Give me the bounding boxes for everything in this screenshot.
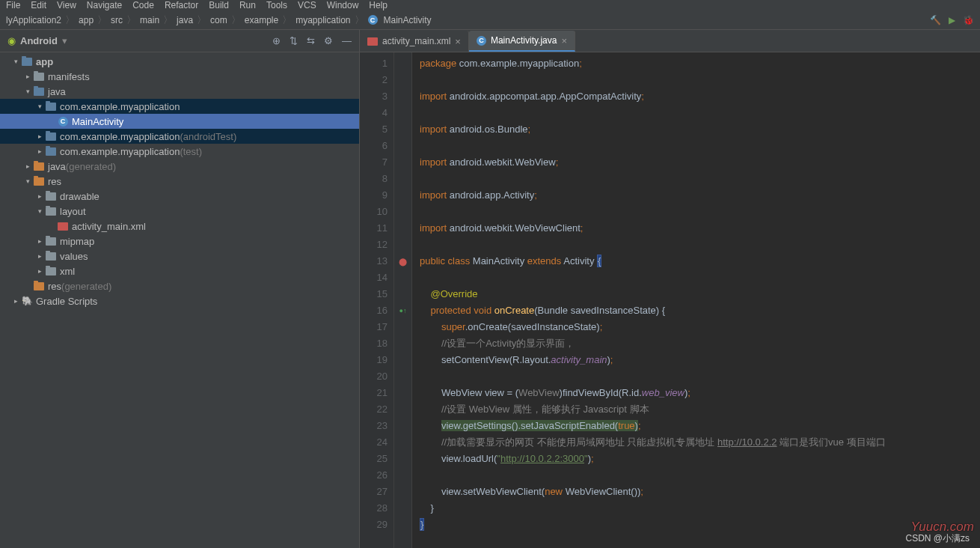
tree-item[interactable]: ▾app — [0, 54, 359, 69]
collapse-icon[interactable]: — — [342, 35, 352, 46]
editor-pane: activity_main.xml×CMainActivity.java× 12… — [360, 30, 980, 548]
breadcrumb-item[interactable]: main — [140, 15, 159, 25]
project-tree[interactable]: ▾app▸manifests▾java▾com.example.myapplic… — [0, 52, 359, 548]
sidebar-title[interactable]: Android — [20, 35, 58, 46]
chevron-icon[interactable]: ▸ — [34, 252, 45, 260]
gear-icon[interactable]: ⚙ — [324, 35, 333, 46]
menu-code[interactable]: Code — [132, 0, 154, 10]
tree-item[interactable]: ▸java (generated) — [0, 159, 359, 174]
editor-tab[interactable]: CMainActivity.java× — [469, 31, 575, 52]
build-icon[interactable]: 🔨 — [930, 15, 941, 25]
chevron-icon[interactable]: ▾ — [22, 88, 33, 95]
menu-refactor[interactable]: Refactor — [165, 0, 198, 10]
breadcrumb-item[interactable]: com — [210, 15, 227, 25]
menu-run[interactable]: Run — [239, 0, 256, 10]
tree-item[interactable]: ▾com.example.myapplication — [0, 99, 359, 114]
breadcrumb-item[interactable]: java — [177, 15, 193, 25]
breadcrumb: lyApplication2〉app〉src〉main〉java〉com〉exa… — [0, 10, 980, 30]
chevron-icon[interactable]: ▸ — [22, 162, 33, 170]
menu-build[interactable]: Build — [209, 0, 229, 10]
breadcrumb-item[interactable]: app — [79, 15, 94, 25]
dropdown-icon[interactable]: ▾ — [62, 35, 67, 46]
tree-item[interactable]: ▸com.example.myapplication (androidTest) — [0, 129, 359, 144]
menu-help[interactable]: Help — [369, 0, 388, 10]
chevron-icon[interactable]: ▸ — [34, 147, 45, 155]
tree-label: activity_main.xml — [72, 221, 146, 232]
tree-item[interactable]: ▸values — [0, 249, 359, 264]
tree-label: com.example.myapplication — [60, 101, 180, 112]
tree-label: res — [48, 281, 61, 292]
editor-tab[interactable]: activity_main.xml× — [360, 31, 469, 52]
chevron-icon[interactable]: ▾ — [34, 103, 45, 110]
chevron-icon[interactable]: ▾ — [34, 207, 45, 215]
tree-label: layout — [60, 206, 86, 217]
tree-item[interactable]: ▾java — [0, 84, 359, 99]
tree-label: com.example.myapplication — [60, 146, 180, 157]
tree-item[interactable]: ▸mipmap — [0, 234, 359, 249]
tree-item[interactable]: CMainActivity — [0, 114, 359, 129]
sort-icon[interactable]: ⇅ — [290, 35, 298, 46]
chevron-icon[interactable]: ▾ — [22, 177, 33, 185]
breadcrumb-item[interactable]: CMainActivity — [368, 15, 432, 25]
chevron-icon[interactable]: ▸ — [10, 297, 21, 305]
chevron-icon[interactable]: ▾ — [10, 58, 21, 65]
chevron-icon[interactable]: ▸ — [22, 73, 33, 80]
tree-item[interactable]: ▸🐘Gradle Scripts — [0, 293, 359, 308]
tree-label: manifests — [48, 71, 90, 82]
debug-icon[interactable]: 🐞 — [963, 15, 974, 25]
code-editor[interactable]: package com.example.myapplication; impor… — [412, 52, 980, 548]
tree-label: app — [36, 56, 53, 67]
menu-edit[interactable]: Edit — [31, 0, 46, 10]
chevron-icon[interactable]: ▸ — [34, 133, 45, 140]
tree-label: drawable — [60, 191, 99, 202]
tree-item[interactable]: ▾res — [0, 174, 359, 189]
line-numbers: 1234567891011121314151617181920212223242… — [360, 52, 394, 548]
tree-item[interactable]: ▸xml — [0, 264, 359, 278]
tree-label: com.example.myapplication — [60, 131, 180, 142]
gutter-marks: ⬤●↑ — [394, 52, 412, 548]
tree-label: xml — [60, 266, 75, 277]
menu-tools[interactable]: Tools — [266, 0, 287, 10]
project-sidebar: ◉ Android ▾ ⊕ ⇅ ⇆ ⚙ — ▾app▸manifests▾jav… — [0, 30, 360, 548]
chevron-icon[interactable]: ▸ — [34, 237, 45, 245]
breadcrumb-item[interactable]: src — [111, 15, 123, 25]
target-icon[interactable]: ⊕ — [272, 35, 281, 46]
tree-label: MainActivity — [72, 116, 123, 127]
tree-label: values — [60, 251, 88, 262]
android-icon: ◉ — [7, 35, 16, 46]
menubar: FileEditViewNavigateCodeRefactorBuildRun… — [0, 0, 980, 10]
filter-icon[interactable]: ⇆ — [307, 35, 315, 46]
menu-window[interactable]: Window — [327, 0, 359, 10]
chevron-icon[interactable]: ▸ — [34, 192, 45, 200]
tree-item[interactable]: ▸com.example.myapplication (test) — [0, 144, 359, 159]
tree-item[interactable]: ▸drawable — [0, 189, 359, 204]
menu-view[interactable]: View — [57, 0, 76, 10]
menu-file[interactable]: File — [6, 0, 20, 10]
breadcrumb-item[interactable]: example — [245, 15, 278, 25]
tree-item[interactable]: activity_main.xml — [0, 219, 359, 234]
tree-label: Gradle Scripts — [36, 296, 97, 307]
chevron-icon[interactable]: ▸ — [34, 267, 45, 275]
tree-label: java — [48, 161, 66, 172]
menu-navigate[interactable]: Navigate — [87, 0, 122, 10]
tree-label: mipmap — [60, 236, 94, 247]
close-icon[interactable]: × — [455, 36, 461, 47]
run-icon[interactable]: ▶ — [949, 15, 955, 25]
tree-item[interactable]: ▸manifests — [0, 69, 359, 84]
tree-label: java — [48, 86, 66, 97]
breadcrumb-item[interactable]: myapplication — [295, 15, 350, 25]
tree-label: res — [48, 176, 61, 187]
editor-tabs: activity_main.xml×CMainActivity.java× — [360, 30, 980, 52]
menu-vcs[interactable]: VCS — [298, 0, 316, 10]
close-icon[interactable]: × — [561, 35, 567, 46]
breadcrumb-item[interactable]: lyApplication2 — [6, 15, 61, 25]
csdn-credit: CSDN @小满zs — [905, 532, 970, 545]
tree-item[interactable]: res (generated) — [0, 278, 359, 293]
tree-item[interactable]: ▾layout — [0, 204, 359, 219]
